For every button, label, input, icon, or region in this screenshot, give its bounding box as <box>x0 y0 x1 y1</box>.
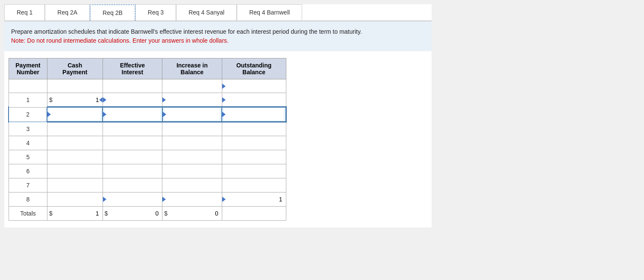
arrow-marker-eff-1 <box>103 97 106 102</box>
cell-inc-blank[interactable] <box>162 79 222 93</box>
arrow-marker-bal-blank <box>222 84 226 89</box>
table-row-6: 6 <box>9 164 286 178</box>
cell-cash-2[interactable] <box>47 107 103 122</box>
cell-cash-1[interactable]: $ <box>47 93 103 108</box>
input-totals-eff[interactable] <box>105 207 161 219</box>
input-eff-3[interactable] <box>105 123 161 135</box>
input-eff-4[interactable] <box>105 137 161 149</box>
input-eff-1[interactable] <box>105 94 161 106</box>
cell-eff-3[interactable] <box>103 122 162 136</box>
cell-totals-eff[interactable]: $ <box>103 207 162 221</box>
input-bal-4[interactable] <box>224 137 284 149</box>
input-bal-1[interactable] <box>224 94 284 106</box>
cell-cash-3[interactable] <box>47 122 103 136</box>
cell-eff-blank[interactable] <box>103 79 162 93</box>
tab-req2b[interactable]: Req 2B <box>90 4 135 20</box>
main-container: Req 1 Req 2A Req 2B Req 3 Req 4 Sanyal R… <box>4 4 432 228</box>
cell-cash-7[interactable] <box>47 178 103 192</box>
input-inc-5[interactable] <box>164 151 220 163</box>
cell-eff-7[interactable] <box>103 178 162 192</box>
cell-inc-5[interactable] <box>162 150 222 164</box>
cell-cash-8[interactable] <box>47 192 103 207</box>
tab-req4barnwell[interactable]: Req 4 Barnwell <box>237 4 302 20</box>
input-totals-bal[interactable] <box>224 207 284 219</box>
cell-inc-4[interactable] <box>162 136 222 150</box>
input-cash-5[interactable] <box>49 151 101 163</box>
input-inc-3[interactable] <box>164 123 220 135</box>
cell-bal-3[interactable] <box>222 122 286 136</box>
input-bal-2[interactable] <box>224 108 284 120</box>
cell-num-4: 4 <box>9 136 47 150</box>
table-row-1: 1 $ <box>9 93 286 108</box>
input-bal-5[interactable] <box>224 151 284 163</box>
input-cash-7[interactable] <box>49 179 101 191</box>
table-row-7: 7 <box>9 178 286 192</box>
arrow-marker-inc-1 <box>162 97 166 102</box>
tab-req4sanyal[interactable]: Req 4 Sanyal <box>176 4 237 20</box>
input-inc-1[interactable] <box>164 94 220 106</box>
input-eff-7[interactable] <box>105 179 161 191</box>
cell-eff-5[interactable] <box>103 150 162 164</box>
tab-req2a[interactable]: Req 2A <box>45 4 90 20</box>
cell-cash-6[interactable] <box>47 164 103 178</box>
cell-eff-4[interactable] <box>103 136 162 150</box>
input-inc-2[interactable] <box>165 108 220 120</box>
input-cash-8[interactable] <box>49 193 101 205</box>
input-eff-5[interactable] <box>105 151 161 163</box>
cell-bal-blank[interactable] <box>222 79 286 93</box>
cell-totals-label: Totals <box>9 207 47 221</box>
cell-cash-4[interactable] <box>47 136 103 150</box>
input-bal-8[interactable] <box>224 193 284 205</box>
cell-bal-2[interactable] <box>222 107 286 122</box>
header-increase-balance: Increase inBalance <box>162 58 222 79</box>
tab-bar: Req 1 Req 2A Req 2B Req 3 Req 4 Sanyal R… <box>4 4 432 21</box>
header-outstanding-balance: OutstandingBalance <box>222 58 286 79</box>
input-eff-6[interactable] <box>105 165 161 177</box>
tab-req3[interactable]: Req 3 <box>135 4 176 20</box>
input-inc-4[interactable] <box>164 137 220 149</box>
cell-num-5: 5 <box>9 150 47 164</box>
cell-eff-8[interactable] <box>103 192 162 207</box>
amortization-table: PaymentNumber CashPayment EffectiveInter… <box>9 58 286 221</box>
cell-eff-6[interactable] <box>103 164 162 178</box>
input-cash-1[interactable] <box>49 94 101 106</box>
input-bal-6[interactable] <box>224 165 284 177</box>
cell-inc-6[interactable] <box>162 164 222 178</box>
cell-bal-5[interactable] <box>222 150 286 164</box>
cell-totals-cash[interactable]: $ <box>47 207 103 221</box>
tab-req1[interactable]: Req 1 <box>4 4 45 20</box>
cell-bal-4[interactable] <box>222 136 286 150</box>
input-cash-2[interactable] <box>49 108 100 120</box>
input-bal-7[interactable] <box>224 179 284 191</box>
cell-inc-2[interactable] <box>162 107 222 122</box>
input-eff-2[interactable] <box>105 108 160 120</box>
input-inc-6[interactable] <box>164 165 220 177</box>
input-inc-8[interactable] <box>164 193 220 205</box>
input-cash-6[interactable] <box>49 165 101 177</box>
input-cash-4[interactable] <box>49 137 101 149</box>
cell-totals-inc[interactable]: $ <box>162 207 222 221</box>
cell-bal-1[interactable] <box>222 93 286 108</box>
cell-cash-5[interactable] <box>47 150 103 164</box>
cell-totals-bal[interactable] <box>222 207 286 221</box>
input-cash-3[interactable] <box>49 123 101 135</box>
cell-inc-7[interactable] <box>162 178 222 192</box>
arrow-marker-cash-2 <box>47 112 51 117</box>
cell-eff-1[interactable] <box>103 93 162 108</box>
input-eff-8[interactable] <box>105 193 161 205</box>
cell-bal-7[interactable] <box>222 178 286 192</box>
input-bal-3[interactable] <box>224 123 284 135</box>
cell-inc-8[interactable] <box>162 192 222 207</box>
cell-inc-3[interactable] <box>162 122 222 136</box>
cell-eff-2[interactable] <box>103 107 162 122</box>
input-totals-cash[interactable] <box>49 207 101 219</box>
cell-inc-1[interactable] <box>162 93 222 108</box>
cell-bal-6[interactable] <box>222 164 286 178</box>
input-inc-7[interactable] <box>164 179 220 191</box>
input-totals-inc[interactable] <box>164 207 220 219</box>
cell-cash-blank[interactable] <box>47 79 103 93</box>
table-row-5: 5 <box>9 150 286 164</box>
cell-bal-8[interactable] <box>222 192 286 207</box>
arrow-marker-inc-8 <box>162 197 166 202</box>
info-box: Prepare amortization schedules that indi… <box>4 21 432 51</box>
